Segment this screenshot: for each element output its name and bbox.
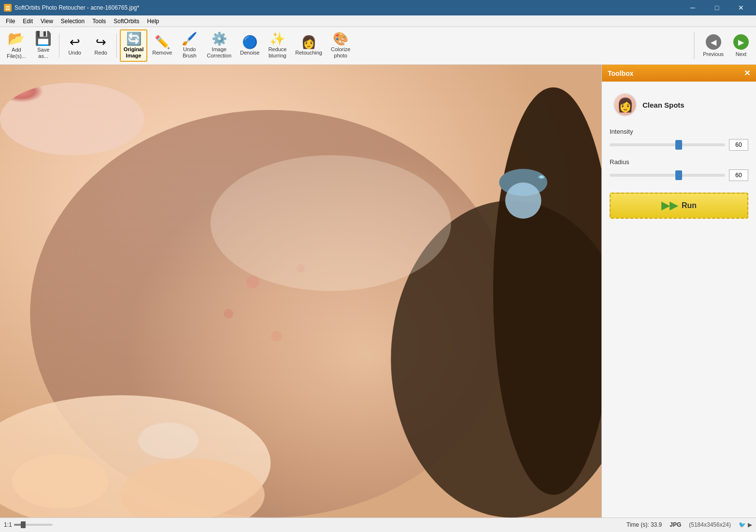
menu-edit[interactable]: Edit: [19, 17, 37, 26]
svg-point-6: [505, 182, 542, 219]
separator-2: [116, 34, 117, 58]
reduce-blurring-icon: ✨: [270, 32, 285, 45]
close-button[interactable]: ✕: [730, 0, 752, 15]
toolbar-undo[interactable]: ↩ Undo: [62, 33, 87, 59]
status-format: JPG: [670, 521, 681, 528]
denoise-label: Denoise: [240, 50, 259, 56]
menu-tools[interactable]: Tools: [88, 17, 110, 26]
toolbox-title: Toolbox: [608, 70, 633, 77]
intensity-label: Intensity: [610, 128, 748, 135]
image-correction-label: Image Correction: [207, 46, 231, 59]
status-social-icons: 🐦 ▶: [739, 521, 752, 528]
save-label: Save as...: [37, 47, 49, 59]
intensity-value[interactable]: 60: [729, 139, 748, 151]
toolbar-remove[interactable]: ✏️ Remove: [148, 33, 176, 59]
radius-label: Radius: [610, 158, 748, 166]
toolbox-close-button[interactable]: ✕: [744, 69, 750, 78]
denoise-icon: 🔵: [242, 36, 257, 48]
original-image-label: Original Image: [124, 46, 144, 59]
tool-card: 👩 Clean Spots: [610, 89, 748, 120]
image-svg: [0, 65, 601, 518]
svg-point-10: [138, 422, 199, 459]
title-bar: 🖼 SoftOrbits Photo Retoucher - acne-1606…: [0, 0, 756, 15]
toolbar-nav: ◀ Previous ▶ Next: [694, 32, 753, 59]
radius-group: Radius 60: [610, 158, 748, 181]
menu-bar: File Edit View Selection Tools SoftOrbit…: [0, 15, 756, 27]
menu-view[interactable]: View: [37, 17, 57, 26]
run-button[interactable]: ▶▶ Run: [610, 193, 748, 219]
svg-point-9: [12, 454, 108, 509]
toolbar-save-as[interactable]: 💾 Save as...: [31, 29, 56, 62]
status-bar: 1:1 Time (s): 33.9 JPG (5184x3456x24) 🐦 …: [0, 518, 756, 531]
intensity-group: Intensity 60: [610, 128, 748, 151]
redo-label: Redo: [95, 50, 107, 56]
menu-help[interactable]: Help: [143, 17, 163, 26]
toolbar-original-image[interactable]: 🔄 Original Image: [120, 29, 148, 62]
undo-icon: ↩: [70, 36, 80, 48]
tool-name: Clean Spots: [642, 101, 685, 109]
tool-avatar: 👩: [613, 93, 637, 116]
minimize-button[interactable]: ─: [682, 0, 704, 15]
add-files-icon: 📂: [8, 32, 25, 45]
toolbar-reduce-blurring[interactable]: ✨ Reduce blurring: [264, 29, 290, 62]
status-zoom: 1:1: [4, 521, 53, 528]
toolbar-colorize-photo[interactable]: 🎨 Colorize photo: [327, 29, 354, 62]
toolbox-panel: Toolbox ✕ 👩 Clean Spots Intensity 60: [601, 65, 756, 518]
undo-label: Undo: [69, 50, 81, 56]
toolbar-redo[interactable]: ↪ Redo: [88, 33, 114, 59]
image-area[interactable]: [0, 65, 601, 518]
twitter-icon[interactable]: 🐦: [739, 521, 746, 528]
main-content: Toolbox ✕ 👩 Clean Spots Intensity 60: [0, 65, 756, 518]
menu-softorbits[interactable]: SoftOrbits: [110, 17, 143, 26]
save-icon: 💾: [35, 32, 52, 45]
svg-point-12: [224, 309, 233, 319]
toolbar-image-correction[interactable]: ⚙️ Image Correction: [203, 29, 235, 62]
intensity-slider[interactable]: [610, 143, 725, 146]
status-dimensions: (5184x3456x24): [689, 521, 731, 528]
previous-button[interactable]: ◀ Previous: [699, 32, 728, 59]
original-image-icon: 🔄: [126, 32, 142, 45]
status-time: Time (s): 33.9: [627, 521, 662, 528]
previous-label: Previous: [703, 51, 724, 57]
app-icon: 🖼: [4, 4, 12, 12]
toolbar: 📂 Add File(s)... 💾 Save as... ↩ Undo ↪ R…: [0, 27, 756, 65]
next-button[interactable]: ▶ Next: [729, 32, 753, 59]
svg-point-13: [271, 331, 282, 342]
maximize-button[interactable]: □: [706, 0, 728, 15]
undo-brush-label: Undo Brush: [183, 46, 197, 59]
menu-file[interactable]: File: [2, 17, 19, 26]
remove-label: Remove: [152, 50, 172, 56]
image-correction-icon: ⚙️: [212, 32, 227, 45]
remove-icon: ✏️: [155, 36, 170, 48]
toolbar-undo-brush[interactable]: 🖌️ Undo Brush: [177, 29, 202, 62]
previous-icon: ◀: [706, 34, 721, 50]
svg-point-15: [211, 155, 451, 291]
menu-selection[interactable]: Selection: [57, 17, 88, 26]
toolbar-retouching[interactable]: 👩 Retouching: [291, 33, 326, 59]
zoom-ratio: 1:1: [4, 521, 12, 528]
window-title: SoftOrbits Photo Retoucher - acne-160676…: [14, 4, 139, 11]
toolbox-body: 👩 Clean Spots Intensity 60 Radius: [602, 82, 756, 226]
radius-value[interactable]: 60: [729, 169, 748, 181]
next-label: Next: [736, 51, 747, 57]
colorize-icon: 🎨: [333, 32, 348, 45]
toolbox-header: Toolbox ✕: [602, 65, 756, 82]
undo-brush-icon: 🖌️: [182, 32, 197, 45]
run-label: Run: [682, 201, 697, 210]
redo-icon: ↪: [96, 36, 106, 48]
image-display: [0, 65, 601, 518]
youtube-icon[interactable]: ▶: [748, 521, 752, 528]
window-controls: ─ □ ✕: [682, 0, 752, 15]
run-arrow-icon: ▶▶: [661, 199, 678, 212]
toolbar-add-files[interactable]: 📂 Add File(s)...: [3, 29, 30, 62]
zoom-slider[interactable]: [14, 524, 53, 526]
colorize-label: Colorize photo: [331, 46, 350, 59]
toolbar-denoise[interactable]: 🔵 Denoise: [236, 33, 263, 59]
radius-slider[interactable]: [610, 174, 725, 177]
add-files-label: Add File(s)...: [7, 47, 26, 59]
separator-1: [59, 34, 59, 58]
radius-row: 60: [610, 169, 748, 181]
retouching-icon: 👩: [301, 36, 316, 48]
retouching-label: Retouching: [295, 50, 322, 56]
tool-avatar-icon: 👩: [617, 97, 634, 113]
